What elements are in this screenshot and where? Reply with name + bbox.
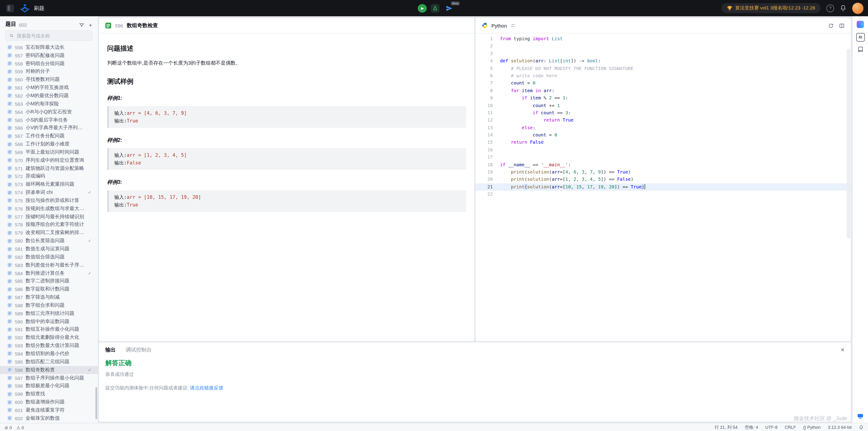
code-line[interactable]: 17 bbox=[475, 154, 851, 161]
submit-button[interactable]: Beta bbox=[443, 3, 454, 13]
docs-icon[interactable] bbox=[857, 46, 863, 53]
problem-list-item[interactable]: 593数组分数最大值计算问题✓ bbox=[0, 341, 98, 350]
sidebar-toggle-icon[interactable] bbox=[6, 4, 14, 12]
problem-list-item[interactable]: 575按位与操作的异或和计算✓ bbox=[0, 197, 98, 205]
run-button[interactable]: ▶ bbox=[418, 4, 427, 12]
split-view-button[interactable] bbox=[839, 23, 844, 28]
tab-debug-console[interactable]: 调试控制台 bbox=[126, 346, 152, 353]
code-line[interactable]: 15 return False bbox=[475, 139, 851, 146]
close-icon[interactable]: × bbox=[841, 346, 844, 353]
problem-list-item[interactable]: 602金银珠宝的数值✓ bbox=[0, 414, 98, 423]
problem-list-item[interactable]: 564小R与小Q的宝石投资✓ bbox=[0, 108, 98, 116]
problem-list-item[interactable]: 584数列推进计算任务✓ bbox=[0, 269, 98, 277]
code-line[interactable]: 1from typing import List bbox=[475, 35, 851, 43]
problem-list-item[interactable]: 588数字组合求和问题✓ bbox=[0, 301, 98, 309]
juejin-logo[interactable] bbox=[20, 4, 30, 12]
reset-code-button[interactable] bbox=[828, 23, 834, 28]
problem-list-item[interactable]: 580数位长度筛选问题✓ bbox=[0, 237, 98, 245]
problem-list-item[interactable]: 574拼凑单词 chi✓ bbox=[0, 188, 98, 197]
code-line[interactable]: 21 print(solution(arr=[10, 15, 17, 19, 2… bbox=[475, 184, 851, 191]
preview-icon[interactable] bbox=[857, 413, 864, 419]
problem-list-item[interactable]: 568工作计划的最小难度✓ bbox=[0, 140, 98, 148]
line-number[interactable]: 21 bbox=[475, 184, 493, 191]
code-line[interactable]: 20 print(solution(arr=[1, 2, 3, 4, 5]) =… bbox=[475, 176, 851, 184]
line-number[interactable]: 5 bbox=[475, 65, 493, 72]
code-line[interactable]: 10 count += 1 bbox=[475, 102, 851, 109]
problem-list-item[interactable]: 585数字二进制拼接问题✓ bbox=[0, 277, 98, 285]
problem-list-item[interactable]: 579改变相同二叉搜索树的排列方案数✓ bbox=[0, 229, 98, 237]
code-line[interactable]: 16 bbox=[475, 146, 851, 154]
line-number[interactable]: 4 bbox=[475, 57, 493, 65]
problem-list-item[interactable]: 592数组元素删除得分最大化✓ bbox=[0, 334, 98, 342]
notifications-button[interactable] bbox=[840, 5, 846, 11]
problem-list-item[interactable]: 598数组极差最小化问题✓ bbox=[0, 382, 98, 390]
switch-language-icon[interactable] bbox=[510, 23, 516, 28]
code-line[interactable]: 5 # PLEASE DO NOT MODIFY THE FUNCTION SI… bbox=[475, 65, 851, 72]
status-item[interactable]: 行 21, 列 54 bbox=[715, 425, 737, 430]
feedback-link[interactable]: 请点此链接反馈 bbox=[190, 385, 223, 390]
warning-count[interactable]: ⚠0 bbox=[17, 425, 24, 430]
problem-list-item[interactable]: 560寻找整数对问题✓ bbox=[0, 76, 98, 84]
line-number[interactable]: 6 bbox=[475, 72, 493, 80]
line-number[interactable]: 17 bbox=[475, 154, 493, 161]
problem-list-item[interactable]: 594数组切割的最小代价✓ bbox=[0, 350, 98, 358]
line-number[interactable]: 9 bbox=[475, 94, 493, 102]
search-input[interactable] bbox=[16, 32, 88, 39]
line-number[interactable]: 19 bbox=[475, 168, 493, 176]
filter-button[interactable] bbox=[79, 23, 84, 28]
code-line[interactable]: 2 bbox=[475, 43, 851, 50]
problem-list-item[interactable]: 559对称的分子✓ bbox=[0, 68, 98, 76]
problem-list-item[interactable]: 566小V的字典序最大子序列问题✓ bbox=[0, 124, 98, 132]
line-number[interactable]: 1 bbox=[475, 35, 493, 43]
problem-list-item[interactable]: 561小M的字符互换游戏✓ bbox=[0, 84, 98, 92]
ai-assistant-icon[interactable]: AI bbox=[856, 33, 865, 41]
line-number[interactable]: 3 bbox=[475, 50, 493, 58]
user-avatar[interactable] bbox=[852, 2, 864, 14]
problem-list-item[interactable]: 576按规则生成数组与求最大值问题✓ bbox=[0, 205, 98, 213]
code-line[interactable]: 14 count = 0 bbox=[475, 131, 851, 139]
problem-list-item[interactable]: 581数值生成与运算问题✓ bbox=[0, 245, 98, 253]
line-number[interactable]: 8 bbox=[475, 87, 493, 94]
line-number[interactable]: 16 bbox=[475, 146, 493, 154]
code-line[interactable]: 9 if item % 2 == 1: bbox=[475, 94, 851, 102]
line-number[interactable]: 18 bbox=[475, 161, 493, 168]
line-number[interactable]: 2 bbox=[475, 43, 493, 50]
help-button[interactable]: ? bbox=[827, 4, 834, 12]
code-line[interactable]: 4def solution(arr: List[int]) -> bool: bbox=[475, 57, 851, 65]
problem-list-item[interactable]: 577按键时间与最长持续键识别✓ bbox=[0, 212, 98, 221]
problem-list-item[interactable]: 601避免连续重复字符✓ bbox=[0, 406, 98, 414]
problem-list-item[interactable]: 596数组奇数检查✓ bbox=[0, 366, 98, 374]
code-editor[interactable]: 1from typing import List234def solution(… bbox=[475, 33, 851, 341]
problem-list-item[interactable]: 572异或编码✓ bbox=[0, 172, 98, 180]
status-item[interactable]: 空格: 4 bbox=[745, 425, 758, 430]
problem-list-item[interactable]: 565小S的最后字串任务✓ bbox=[0, 116, 98, 124]
code-line[interactable]: 8 for item in arr: bbox=[475, 87, 851, 94]
code-line[interactable]: 12 return True bbox=[475, 117, 851, 124]
problem-list-item[interactable]: 557密码匹配修改问题✓ bbox=[0, 52, 98, 60]
line-number[interactable]: 22 bbox=[475, 191, 493, 198]
problem-list-item[interactable]: 571建筑物跃迁与资源分配策略✓ bbox=[0, 164, 98, 172]
problem-list-item[interactable]: 595数组匹配二元组问题✓ bbox=[0, 358, 98, 366]
status-bell-icon[interactable] bbox=[859, 425, 864, 430]
problem-list-item[interactable]: 556宝石矩阵最大边长✓ bbox=[0, 43, 98, 52]
line-number[interactable]: 15 bbox=[475, 139, 493, 146]
code-line[interactable]: 11 if count == 3: bbox=[475, 109, 851, 117]
search-box[interactable] bbox=[5, 30, 92, 41]
problem-list-item[interactable]: 570序列生成中的特定位置查询✓ bbox=[0, 156, 98, 164]
editor-scrollbar[interactable] bbox=[847, 49, 850, 238]
problem-list-item[interactable]: 597数组子序列操作最小化问题✓ bbox=[0, 374, 98, 382]
add-button[interactable]: + bbox=[89, 22, 92, 28]
marscode-icon[interactable] bbox=[857, 21, 864, 28]
problem-list-item[interactable]: 587数字筛选与削减✓ bbox=[0, 293, 98, 301]
problem-list-item[interactable]: 567工作任务分配问题✓ bbox=[0, 132, 98, 140]
code-line[interactable]: 3 bbox=[475, 50, 851, 58]
problem-list-item[interactable]: 582数值组合筛选问题✓ bbox=[0, 253, 98, 261]
problem-list-item[interactable]: 599数组查找✓ bbox=[0, 390, 98, 398]
code-line[interactable]: 22 bbox=[475, 191, 851, 198]
status-item[interactable]: {} Python bbox=[803, 425, 820, 430]
debug-button[interactable] bbox=[431, 4, 439, 12]
problem-list-item[interactable]: 573循环网格元素重排问题✓ bbox=[0, 180, 98, 189]
problem-list-item[interactable]: 589数组三元序列统计问题✓ bbox=[0, 309, 98, 318]
line-number[interactable]: 14 bbox=[475, 131, 493, 139]
code-line[interactable]: 6 # write code here bbox=[475, 72, 851, 80]
